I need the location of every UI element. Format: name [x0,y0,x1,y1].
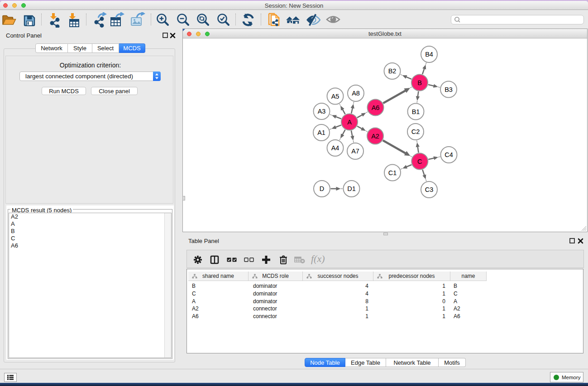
svg-text:C1: C1 [388,169,397,176]
svg-text:A7: A7 [351,148,359,155]
svg-text:A1: A1 [317,129,325,136]
svg-text:C3: C3 [425,186,434,193]
svg-text:A2: A2 [371,133,379,140]
svg-text:D: D [320,185,324,192]
svg-text:A8: A8 [352,90,360,97]
svg-text:A3: A3 [318,108,326,115]
svg-text:C: C [417,158,422,165]
svg-text:C2: C2 [411,128,420,135]
svg-text:D1: D1 [347,185,356,192]
svg-text:B: B [417,79,422,86]
svg-text:B4: B4 [425,51,433,58]
svg-text:C4: C4 [445,151,453,158]
svg-text:A4: A4 [331,144,339,152]
svg-text:A6: A6 [372,104,380,111]
svg-text:B2: B2 [388,67,397,75]
svg-text:B3: B3 [445,86,453,93]
svg-text:B1: B1 [412,108,420,115]
svg-text:A5: A5 [331,93,339,100]
svg-text:A: A [347,119,352,126]
